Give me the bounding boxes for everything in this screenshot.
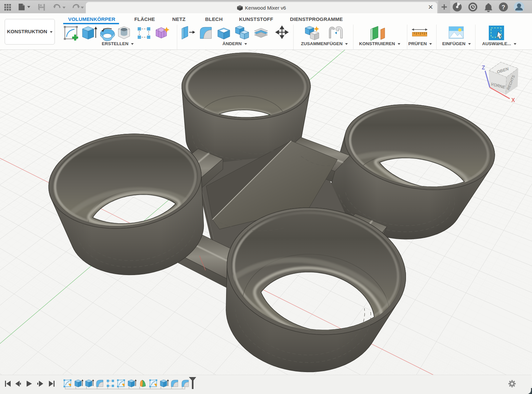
svg-text:?: ? — [502, 4, 505, 11]
svg-text:X: X — [511, 97, 515, 103]
svg-text:Z: Z — [482, 65, 485, 70]
